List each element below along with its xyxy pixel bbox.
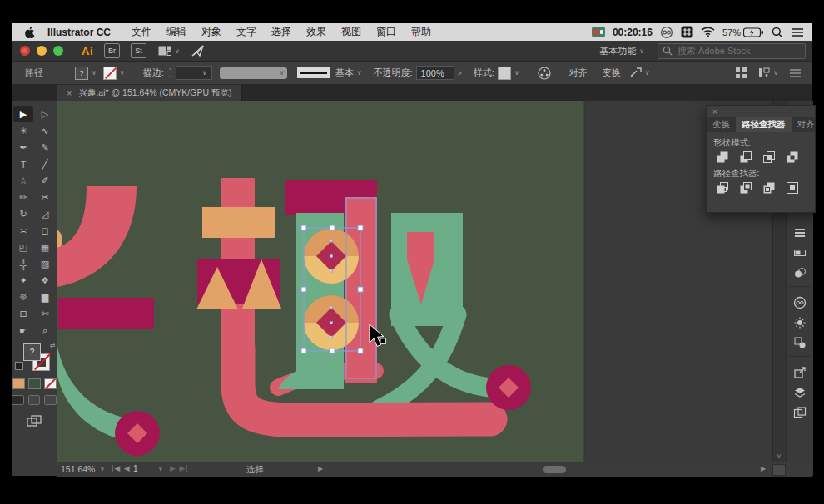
creative-cloud-menu-icon[interactable] [660, 26, 673, 39]
graphic-style-swatch[interactable] [498, 67, 511, 80]
gradient-swatch-button[interactable] [28, 378, 41, 389]
canvas[interactable] [57, 101, 772, 462]
artwork-coin-circle-right[interactable] [486, 365, 531, 410]
appearance-icon[interactable] [790, 313, 810, 333]
blend-tool[interactable]: ❖ [35, 273, 55, 289]
app-frame-grid-icon[interactable] [736, 67, 747, 78]
transform-button[interactable]: 变换 [603, 67, 621, 79]
close-panel-icon[interactable]: × [712, 107, 717, 116]
crop-icon[interactable] [785, 181, 799, 194]
paintbrush-tool[interactable]: ✐ [35, 173, 55, 189]
shape-builder-tool[interactable]: ◰ [13, 240, 33, 255]
rotate-tool[interactable]: ↻ [13, 206, 33, 222]
slice-tool[interactable]: ✄ [35, 306, 55, 322]
horizontal-scrollbar-thumb[interactable] [543, 466, 566, 473]
go-to-bridge-button[interactable]: Br [104, 43, 120, 58]
screen-recorder-icon[interactable] [592, 27, 605, 37]
change-screen-mode-icon[interactable] [12, 415, 57, 427]
stroke-stepper[interactable]: ⌃⌄ [168, 68, 173, 78]
layers-icon[interactable] [790, 383, 810, 403]
mesh-tool[interactable]: ╬ [13, 256, 33, 272]
width-tool[interactable]: ≍ [13, 223, 33, 239]
export-icon[interactable] [790, 363, 810, 383]
chevron-down-icon[interactable]: ∨ [120, 69, 125, 77]
stock-search-box[interactable] [658, 43, 806, 59]
scale-tool[interactable]: ◿ [35, 206, 55, 222]
trim-icon[interactable] [738, 181, 752, 194]
pathfinder-icon[interactable] [790, 333, 810, 353]
star-tool[interactable]: ☆ [13, 173, 33, 189]
curvature-tool[interactable]: ✎ [35, 140, 55, 156]
close-window-button[interactable] [20, 46, 30, 56]
artboard-tool[interactable]: ⊡ [13, 306, 33, 322]
artboard-number-field[interactable]: 1 [133, 464, 138, 473]
notification-center-icon[interactable] [791, 27, 804, 37]
hand-tool[interactable]: ☛ [13, 323, 33, 338]
artboards-icon[interactable] [790, 403, 810, 422]
menu-item-1[interactable]: 编辑 [166, 25, 186, 39]
active-app-name[interactable]: Illustrator CC [47, 27, 111, 38]
exclude-icon[interactable] [785, 151, 799, 163]
minimize-window-button[interactable] [37, 46, 47, 56]
line-segment-tool[interactable]: ╱ [35, 156, 55, 172]
opacity-menu-arrow[interactable]: > [458, 69, 462, 77]
draw-behind-mode-button[interactable] [28, 395, 41, 405]
direct-selection-tool[interactable]: ▷ [35, 106, 55, 122]
selection-tool[interactable]: ▶ [13, 106, 33, 122]
menu-item-2[interactable]: 对象 [201, 25, 221, 39]
share-icon[interactable] [191, 45, 205, 57]
unite-icon[interactable] [715, 151, 729, 163]
graph-tool[interactable]: ▆ [35, 289, 55, 305]
menu-item-6[interactable]: 视图 [341, 25, 361, 39]
opacity-field[interactable]: 100% [416, 66, 454, 80]
color-swatch-button[interactable] [12, 378, 25, 389]
brush-definition[interactable]: 基本 [335, 67, 354, 79]
draw-normal-mode-button[interactable] [12, 395, 24, 405]
last-artboard-button[interactable]: ▶| [179, 464, 188, 472]
stroke-color-swatch[interactable] [103, 67, 117, 80]
gradient-icon[interactable] [790, 243, 810, 263]
lasso-tool[interactable]: ∿ [35, 123, 55, 139]
recolor-artwork-icon[interactable] [538, 67, 551, 80]
merge-icon[interactable] [762, 181, 776, 194]
isolate-selection-icon[interactable]: ∨ [629, 67, 650, 78]
menu-item-0[interactable]: 文件 [132, 25, 151, 39]
fill-proxy[interactable]: ? [23, 343, 41, 361]
wifi-icon[interactable] [701, 27, 715, 37]
apple-menu-icon[interactable] [25, 27, 36, 38]
document-arrangement-icon[interactable]: ∨ [758, 67, 778, 78]
control-panel-menu-icon[interactable] [790, 69, 801, 77]
shaper-tool[interactable]: ✏ [13, 190, 33, 205]
intersect-icon[interactable] [762, 151, 776, 163]
properties-icon[interactable] [790, 223, 810, 243]
spotlight-search-icon[interactable] [772, 27, 783, 38]
pen-tool[interactable]: ✒ [13, 140, 33, 156]
scissors-tool[interactable]: ✂ [35, 190, 55, 205]
swap-fill-stroke-icon[interactable]: ⇄ [50, 342, 56, 349]
first-artboard-button[interactable]: |◀ [112, 464, 121, 472]
battery-status[interactable]: 57% [722, 27, 764, 37]
current-tool-indicator[interactable]: 选择 [246, 464, 264, 476]
input-source-icon[interactable] [681, 26, 693, 38]
stock-search-input[interactable] [676, 45, 796, 57]
draw-inside-mode-button[interactable] [44, 395, 57, 405]
adobe-stock-button[interactable]: St [131, 43, 146, 58]
menu-item-3[interactable]: 文字 [236, 25, 256, 39]
magic-wand-tool[interactable]: ✳ [13, 123, 33, 139]
symbol-sprayer-tool[interactable]: ❊ [13, 289, 33, 305]
chevron-down-icon[interactable]: ∨ [158, 465, 163, 472]
fill-color-swatch[interactable]: ? [75, 67, 88, 80]
menu-item-5[interactable]: 效果 [306, 25, 326, 39]
chevron-down-icon[interactable]: ∨ [92, 69, 97, 77]
type-tool[interactable]: T [13, 156, 33, 172]
workspace-switcher[interactable]: 基本功能 ∨ [599, 45, 644, 57]
gradient-tool[interactable]: ▨ [35, 256, 55, 272]
default-fill-stroke-icon[interactable] [15, 362, 23, 370]
divide-icon[interactable] [715, 181, 729, 194]
align-button[interactable]: 对齐 [569, 67, 588, 79]
perspective-grid-tool[interactable]: ▦ [35, 240, 55, 255]
zoom-level-field[interactable]: 151.64% [61, 464, 95, 474]
menu-item-7[interactable]: 窗口 [376, 25, 396, 39]
fill-stroke-indicator[interactable]: ⇄ ? [12, 342, 57, 377]
previous-artboard-button[interactable]: ◀ [124, 464, 131, 472]
